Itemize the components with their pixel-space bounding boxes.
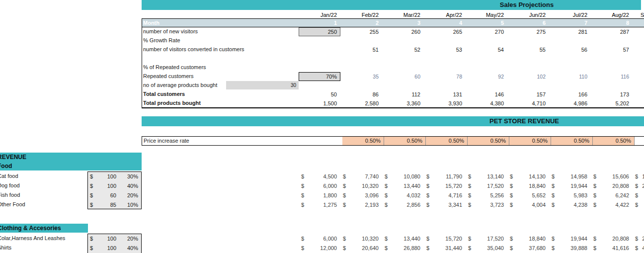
price-row[interactable]: $ 60 20% [88, 190, 141, 200]
currency-symbol: $ [426, 192, 429, 198]
row-label-pct-repeated: % of Repeated customers [143, 63, 206, 72]
month-number-row: 1 2 3 4 5 6 7 8 [299, 19, 633, 27]
price-rate-input[interactable]: 0.50% [509, 137, 551, 145]
row-label-price-rate: Price increase rate [142, 137, 342, 145]
table-row: 1,500 2,580 3,360 3,930 4,380 4,710 4,98… [299, 99, 633, 107]
item-label: Colar,Harness And Leashes [0, 234, 65, 243]
currency-symbol: $ [385, 173, 388, 179]
row-label-avg-products: no of average products bought [143, 81, 217, 89]
amount: 6,000 [323, 183, 337, 189]
currency-symbol: $ [468, 173, 471, 179]
price-rate-input[interactable]: 0.50% [593, 137, 635, 145]
month-header: Jul/22 [549, 12, 591, 18]
value-cell: 60 [382, 74, 424, 80]
price-row[interactable]: $ 100 20% [88, 234, 141, 243]
amount-clipped: 1 [642, 173, 644, 179]
item-label: Fish food [0, 190, 20, 200]
currency-symbol: $ [510, 183, 513, 189]
value-cell: $15,720 [424, 236, 466, 242]
currency-symbol: $ [426, 173, 429, 179]
value-cell: $10,320 [340, 236, 382, 242]
value-cell: $13,440 [382, 236, 424, 242]
value-cell: 35 [340, 74, 382, 80]
amount: 13,440 [403, 183, 420, 189]
amount: 17,520 [487, 236, 504, 242]
currency-symbol: $ [343, 173, 346, 179]
table-row: $6,000 $10,320 $13,440 $15,720 $17,520 $… [299, 181, 644, 190]
currency-symbol: $ [385, 183, 388, 189]
table-row: 50 86 112 131 146 157 166 173 [299, 90, 633, 98]
price-row[interactable]: $ 100 30% [88, 171, 141, 181]
new-visitors-input[interactable]: 250 [299, 27, 340, 36]
currency-symbol: $ [301, 183, 304, 189]
value-cell: 92 [466, 74, 507, 80]
value-cell: 116 [591, 74, 633, 80]
currency-symbol: $ [88, 183, 98, 189]
value-cell: $2,193 [340, 202, 382, 208]
price-input[interactable]: 100 [98, 173, 116, 179]
price-rate-input[interactable]: 0.50% [468, 137, 509, 145]
pet-store-revenue-band: PET STORE REVENUE [142, 116, 644, 126]
value-cell: 54 [466, 47, 507, 53]
month-header: Jan/22 [299, 12, 340, 18]
price-rate-input[interactable]: 0.50% [551, 137, 593, 145]
currency-symbol: $ [426, 202, 429, 208]
value-cell: 4,710 [507, 100, 549, 106]
share-input[interactable]: 40% [116, 183, 141, 189]
share-input[interactable]: 20% [116, 236, 141, 242]
currency-symbol: $ [635, 236, 638, 242]
food-section-title: Food [0, 163, 12, 169]
month-number-cell: 7 [549, 20, 591, 26]
amount: 5,652 [532, 192, 546, 198]
currency-symbol: $ [468, 245, 471, 251]
price-input[interactable]: 100 [98, 236, 116, 242]
value-cell-clipped: $2 [633, 183, 644, 189]
currency-symbol: $ [426, 236, 429, 242]
amount: 20,808 [612, 236, 629, 242]
amount: 3,096 [365, 192, 379, 198]
amount: 4,422 [615, 202, 629, 208]
value-cell: 260 [382, 29, 424, 35]
price-rate-input[interactable]: 0.50% [384, 137, 426, 145]
price-input[interactable]: 100 [98, 183, 116, 189]
value-cell: 112 [382, 91, 424, 97]
price-input[interactable]: 100 [98, 245, 116, 251]
currency-symbol: $ [510, 202, 513, 208]
price-row[interactable]: $ 85 10% [88, 200, 141, 209]
value-cell: $5,652 [507, 192, 549, 198]
value-cell: $19,944 [549, 183, 591, 189]
share-input[interactable]: 30% [116, 173, 141, 179]
value-cell: $13,140 [466, 173, 507, 179]
price-input[interactable]: 85 [98, 202, 116, 208]
price-row[interactable]: $ 100 40% [88, 181, 141, 190]
value-cell: $20,808 [591, 183, 633, 189]
month-number-cell: 3 [382, 20, 424, 26]
currency-symbol: $ [510, 245, 513, 251]
avg-products-input[interactable]: 30 [226, 81, 299, 89]
repeated-customers-input[interactable]: 70% [299, 72, 340, 81]
price-row[interactable]: $ 100 40% [88, 243, 141, 253]
currency-symbol: $ [385, 202, 388, 208]
value-cell: 157 [507, 91, 549, 97]
value-cell: $1,800 [299, 192, 340, 198]
table-row: 51 52 53 54 55 56 57 [340, 45, 633, 54]
price-increase-rate-row: Price increase rate 0.50% 0.50% 0.50% 0.… [142, 136, 644, 146]
price-input[interactable]: 60 [98, 192, 116, 198]
amount: 15,720 [445, 236, 462, 242]
value-cell: 173 [591, 91, 633, 97]
share-input[interactable]: 40% [116, 245, 141, 251]
price-rate-input[interactable]: 0.50% [426, 137, 468, 145]
amount: 26,880 [403, 245, 420, 251]
amount: 19,944 [570, 183, 587, 189]
table-left-border [142, 18, 142, 108]
price-rate-input[interactable]: 0.50% [342, 137, 384, 145]
value-cell: $17,520 [466, 183, 507, 189]
amount: 4,500 [323, 173, 337, 179]
currency-symbol: $ [385, 245, 388, 251]
month-number-cell: 4 [424, 20, 466, 26]
share-input[interactable]: 10% [116, 202, 141, 208]
currency-symbol: $ [593, 236, 596, 242]
value-cell: 4,380 [466, 100, 507, 106]
currency-symbol: $ [552, 183, 555, 189]
share-input[interactable]: 20% [116, 192, 141, 198]
